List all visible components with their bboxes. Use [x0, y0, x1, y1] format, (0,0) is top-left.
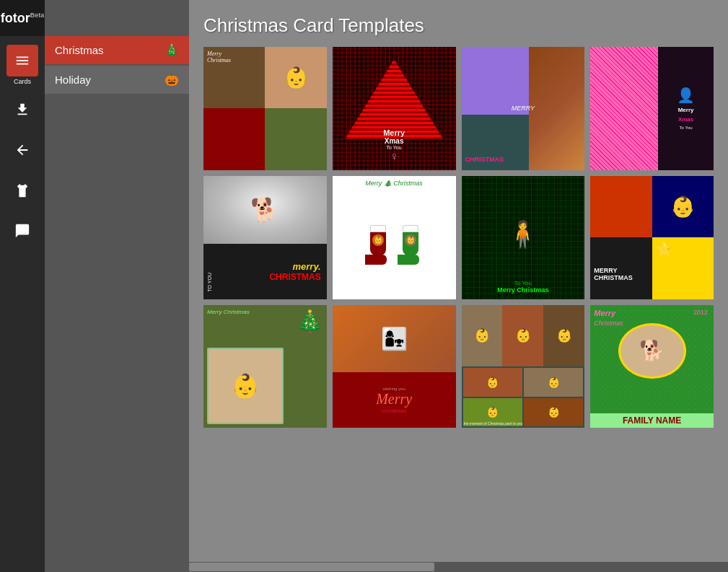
sidebar-item-export[interactable]: [6, 88, 38, 126]
template-card[interactable]: MERRY CHRISTMAS: [462, 47, 585, 170]
logo: fotorBeta: [1, 11, 45, 26]
template-4-xmas: Xmas: [678, 116, 693, 123]
scrollbar-thumb[interactable]: [189, 563, 434, 571]
template-card[interactable]: 🐕 merry. CHRISTMAS TO YOU: [203, 176, 327, 299]
template-card[interactable]: Merry 2012 Christmas 🐕 FAMILY NAME: [590, 305, 714, 428]
page-title: Christmas Card Templates: [189, 0, 728, 47]
template-7-figure: 🧍: [506, 219, 539, 250]
template-card[interactable]: Merry 🎄 Christmas 👶 👶: [333, 176, 456, 299]
template-9-tree: 🎄: [297, 309, 323, 334]
nav-item-holiday[interactable]: Holiday 🎃: [45, 66, 189, 94]
scrollbar-track: [189, 562, 728, 572]
template-7-toyou: To You: [462, 280, 585, 286]
export-icon[interactable]: [6, 94, 38, 126]
scrollbar[interactable]: [189, 562, 728, 572]
template-6-header: Merry 🎄 Christmas: [333, 180, 456, 187]
template-12-christmas: Christmas: [594, 320, 623, 327]
template-2-icon: ♀: [333, 150, 456, 163]
template-1-text: MerryChristmas: [207, 50, 231, 63]
chat-icon[interactable]: [6, 215, 38, 247]
template-3-merry: MERRY: [512, 105, 535, 112]
logo-area: fotorBeta: [0, 0, 45, 36]
nav-christmas-label: Christmas: [55, 44, 104, 56]
template-card[interactable]: 👶 MerryChristmas: [203, 47, 327, 170]
nav-holiday-label: Holiday: [55, 74, 91, 86]
template-card[interactable]: 👩‍👧 wishing you Merry christmas: [333, 305, 456, 428]
template-5-toyou: TO YOU: [207, 273, 212, 292]
template-2-xmas: Xmas: [333, 137, 456, 145]
template-card[interactable]: 👶 ⭐ MERRYCHRISTMAS: [590, 176, 714, 299]
tshirt-icon[interactable]: [6, 175, 38, 206]
sidebar-item-back[interactable]: [6, 128, 38, 166]
template-12-merry: Merry: [594, 309, 615, 317]
holiday-icon: 🎃: [165, 73, 179, 87]
template-12-family-name: FAMILY NAME: [590, 413, 714, 428]
template-card[interactable]: 🎄 Merry Christmas 👶: [203, 305, 327, 428]
logo-text: fotor: [1, 11, 30, 25]
main-content: Christmas Card Templates 👶 MerryChristma…: [189, 0, 728, 572]
template-4-person-icon: 👤: [677, 87, 695, 104]
template-4-merry: Merry: [678, 107, 694, 113]
template-3-christmas: CHRISTMAS: [465, 156, 504, 163]
template-4-toyou: To You: [680, 126, 693, 130]
template-card[interactable]: 🧍 To You Merry Christmas: [462, 176, 585, 299]
christmas-icon: 🎄: [165, 43, 179, 57]
template-2-toyou: To You: [333, 145, 456, 150]
sidebar: fotorBeta Cards: [0, 0, 45, 572]
template-9-text: Merry Christmas: [207, 309, 250, 315]
logo-beta: Beta: [30, 12, 45, 19]
template-11-text: the moment of Christmas past to you: [464, 421, 523, 426]
template-5-christmas: CHRISTMAS: [269, 272, 320, 282]
cards-icon[interactable]: [6, 45, 38, 76]
cards-label: Cards: [14, 78, 31, 85]
sidebar-item-cards[interactable]: Cards: [6, 39, 38, 85]
template-10-christmas: christmas: [382, 408, 406, 414]
template-8-merry-christmas: MERRYCHRISTMAS: [594, 267, 633, 281]
sidebar-item-tshirt[interactable]: [6, 169, 38, 206]
template-5-merry: merry.: [292, 261, 320, 272]
template-2-merry: Merry: [333, 128, 456, 137]
template-10-merry: Merry: [376, 391, 412, 408]
nav-item-christmas[interactable]: Christmas 🎄: [45, 36, 189, 64]
template-12-year: 2012: [693, 309, 708, 316]
sidebar-item-chat[interactable]: [6, 209, 38, 247]
template-card[interactable]: Merry Xmas To You ♀: [333, 47, 456, 170]
back-icon[interactable]: [6, 134, 38, 166]
templates-grid: 👶 MerryChristmas Merry Xmas To You ♀: [189, 47, 728, 428]
template-card[interactable]: 👶 👶 👶 👶 👶 👶 👶 the moment of Christmas pa…: [462, 305, 585, 428]
nav-panel: Christmas 🎄 Holiday 🎃: [45, 0, 189, 572]
template-7-merry-christmas: Merry Christmas: [462, 286, 585, 294]
template-card[interactable]: 👤 Merry Xmas To You: [590, 47, 714, 170]
